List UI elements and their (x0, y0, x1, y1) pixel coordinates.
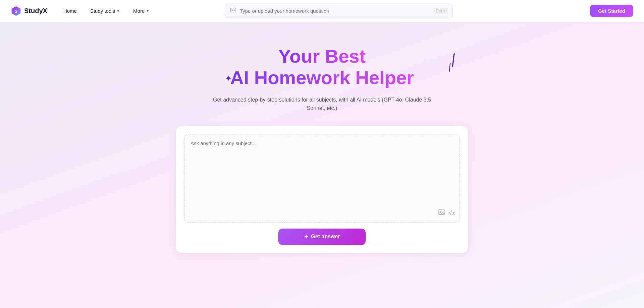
logo-text: StudyX (24, 7, 47, 15)
logo-link[interactable]: S StudyX (11, 6, 47, 16)
study-tools-chevron-icon: ▼ (116, 9, 120, 13)
textarea-icons: √𝑥 (438, 208, 455, 218)
get-started-button[interactable]: Get Started (590, 5, 633, 17)
deco-star-icon: ✦ (225, 73, 232, 84)
home-label: Home (63, 8, 77, 14)
question-textarea[interactable] (191, 140, 453, 201)
question-textarea-wrapper: √𝑥 (184, 134, 460, 223)
logo-icon: S (11, 6, 21, 16)
hero-subtitle: Get advanced step-by-step solutions for … (205, 96, 439, 113)
nav-home[interactable]: Home (61, 7, 79, 15)
nav-more[interactable]: More ▼ (130, 7, 152, 15)
nav-study-tools[interactable]: Study tools ▼ (88, 7, 122, 15)
hero-section: ╱ ╱ ✦ Your Best AI Homework Helper Get a… (0, 22, 644, 308)
hero-title-line1: Your Best (278, 46, 366, 67)
study-tools-label: Study tools (90, 8, 115, 14)
image-upload-icon[interactable] (438, 208, 445, 218)
hero-title-line2: AI Homework Helper (230, 67, 414, 88)
search-input[interactable] (240, 8, 430, 14)
global-search-bar: Ctrl+/ (225, 4, 453, 18)
question-card: √𝑥 ✦ Get answer (176, 126, 468, 253)
get-answer-label: Get answer (311, 234, 340, 240)
get-answer-icon: ✦ (304, 234, 308, 240)
navbar: S StudyX Home Study tools ▼ More ▼ Ctrl+… (0, 0, 644, 22)
search-upload-icon (230, 7, 236, 15)
formula-icon[interactable]: √𝑥 (449, 209, 455, 217)
more-label: More (133, 8, 145, 14)
svg-text:S: S (15, 9, 17, 14)
search-shortcut-badge: Ctrl+/ (433, 8, 448, 14)
more-chevron-icon: ▼ (146, 9, 149, 13)
get-answer-button[interactable]: ✦ Get answer (278, 229, 366, 245)
